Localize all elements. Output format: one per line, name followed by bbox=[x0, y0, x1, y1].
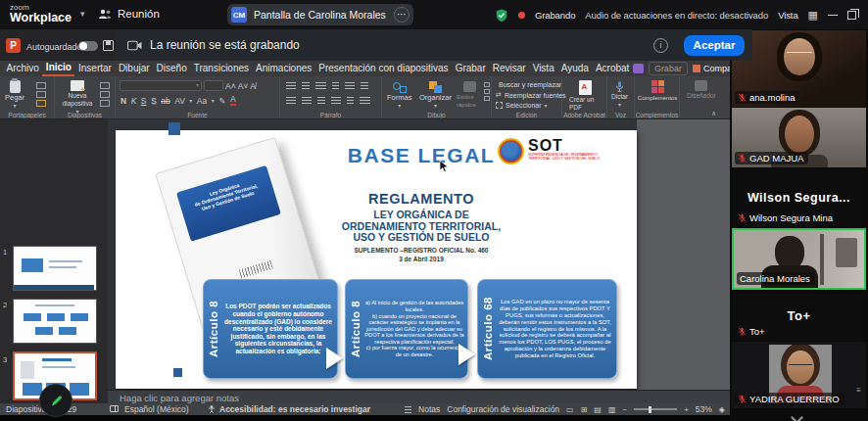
participant-name-label: Carolina Morales bbox=[737, 272, 815, 285]
zoom-out-icon[interactable]: − bbox=[622, 405, 627, 414]
layout-tools[interactable] bbox=[100, 82, 110, 109]
ppt-share-button[interactable]: Compartir▾ bbox=[693, 64, 730, 73]
menu-animaciones[interactable]: Animaciones bbox=[253, 62, 315, 75]
zoom-slider-thumb[interactable] bbox=[649, 406, 651, 413]
article-box-1[interactable]: Artículo 8 Los PDOT podrán ser actualiza… bbox=[203, 279, 338, 379]
addins-button[interactable]: Complementos bbox=[643, 80, 672, 102]
font-name-select[interactable]: ▾ bbox=[120, 80, 202, 91]
group-label-clipboard: Portapapeles bbox=[0, 112, 54, 118]
char-spacing-button[interactable]: AV bbox=[174, 96, 185, 106]
slide-thumbnail-2[interactable] bbox=[13, 299, 97, 344]
menu-inicio[interactable]: Inicio bbox=[42, 61, 74, 76]
underline-button[interactable]: S bbox=[141, 96, 147, 106]
quick-styles-button[interactable]: Estilos rápidos bbox=[457, 81, 482, 109]
ppt-menu-bar: Archivo Inicio Insertar Dibujar Diseño T… bbox=[0, 61, 730, 76]
select-button[interactable]: Seleccionar▾ bbox=[496, 102, 561, 109]
menu-diseno[interactable]: Diseño bbox=[153, 62, 190, 75]
zoom-slider[interactable] bbox=[634, 408, 677, 410]
menu-ayuda[interactable]: Ayuda bbox=[557, 62, 592, 75]
view-button[interactable]: Vista bbox=[778, 10, 797, 21]
paragraph-tools-row2[interactable] bbox=[286, 97, 370, 105]
save-icon[interactable] bbox=[103, 40, 114, 51]
shrink-font-icon[interactable]: A˅ bbox=[238, 81, 249, 91]
bold-button[interactable]: N bbox=[121, 96, 126, 106]
minimize-button[interactable] bbox=[828, 15, 838, 16]
more-options-icon[interactable]: ⋯ bbox=[394, 7, 410, 23]
clear-format-icon[interactable]: A̸ bbox=[250, 81, 256, 91]
slideshow-icon[interactable]: ▥ bbox=[608, 405, 616, 414]
replace-fonts-button[interactable]: ⇄ Reemplazar fuentes bbox=[496, 91, 561, 99]
notes-bar[interactable]: Haga clic para agregar notas bbox=[108, 390, 730, 403]
slide-sorter-icon[interactable]: ⊞ bbox=[581, 405, 588, 414]
font-size-select[interactable] bbox=[204, 80, 223, 91]
comments-icon[interactable] bbox=[633, 64, 644, 73]
chevron-down-icon[interactable]: ▾ bbox=[80, 9, 85, 19]
grid-view-icon[interactable]: ▦ bbox=[808, 9, 818, 22]
menu-presentacion[interactable]: Presentación con diapositivas bbox=[315, 62, 452, 75]
font-color-button[interactable]: A bbox=[230, 95, 236, 106]
grow-font-icon[interactable]: A˄ bbox=[225, 81, 236, 91]
normal-view-icon[interactable]: ▭ bbox=[566, 405, 574, 414]
menu-revisar[interactable]: Revisar bbox=[489, 62, 529, 75]
mic-muted-icon bbox=[738, 327, 747, 336]
shape-format-tools[interactable] bbox=[484, 82, 490, 103]
create-pdf-button[interactable]: Crear un PDF bbox=[569, 80, 601, 112]
recording-toast: La reunión se está grabando i Aceptar bbox=[116, 29, 752, 61]
autosave-toggle[interactable] bbox=[78, 41, 98, 51]
designer-button[interactable]: Diseñador bbox=[687, 80, 716, 100]
highlight-color-button[interactable]: ✎ bbox=[218, 96, 225, 106]
paragraph-tools-row1[interactable] bbox=[286, 82, 368, 90]
article-box-3[interactable]: Artículo 68 Los GAD en un plazo no mayor… bbox=[477, 279, 617, 379]
slide-subheading[interactable]: LEY ORGÁNICA DE ORDENAMIENTO TERRITORIAL… bbox=[299, 210, 544, 244]
menu-grabar[interactable]: Grabar bbox=[452, 62, 489, 75]
participants-sidebar: ana.molina GAD MAJUA Wilson Segura... Wi… bbox=[730, 29, 868, 421]
current-slide[interactable]: Ley Orgánica de Ordenamiento Territorial… bbox=[116, 130, 637, 389]
slide-title[interactable]: BASE LEGAL bbox=[323, 144, 519, 167]
zoom-annotate-button[interactable] bbox=[39, 384, 72, 417]
menu-transiciones[interactable]: Transiciones bbox=[190, 62, 252, 75]
find-replace-button[interactable]: Buscar y reemplazar bbox=[496, 80, 561, 88]
tab-meeting[interactable]: Reunión bbox=[98, 8, 160, 20]
arrange-button[interactable]: Organizar▾ bbox=[419, 81, 452, 110]
security-shield-icon[interactable] bbox=[495, 8, 508, 23]
participant-tile[interactable]: GAD MAJUA bbox=[732, 108, 866, 167]
clipboard-tools[interactable] bbox=[36, 82, 46, 109]
language-status[interactable]: Español (México) bbox=[124, 404, 189, 414]
info-icon[interactable]: i bbox=[653, 38, 668, 53]
menu-vista[interactable]: Vista bbox=[529, 62, 557, 75]
accept-button[interactable]: Aceptar bbox=[684, 35, 745, 56]
reading-view-icon[interactable]: ▤ bbox=[594, 405, 602, 414]
record-button[interactable]: Grabar bbox=[649, 62, 688, 75]
zoom-in-icon[interactable]: + bbox=[684, 405, 689, 414]
sidebar-chevron-down-icon[interactable] bbox=[791, 411, 803, 421]
accessibility-status[interactable]: Accesibilidad: es necesario investigar bbox=[219, 404, 370, 414]
new-slide-button[interactable]: Nueva diapositiva▾ bbox=[59, 80, 96, 116]
article-box-2[interactable]: Artículo 8 a) Al inicio de gestión de la… bbox=[345, 279, 468, 379]
paste-button[interactable]: Pegar▾ bbox=[5, 80, 24, 110]
slide-thumbnail-1[interactable] bbox=[13, 246, 97, 291]
menu-insertar[interactable]: Insertar bbox=[74, 62, 115, 75]
tab-shared-screen[interactable]: CM Pantalla de Carolina Morales ⋯ bbox=[227, 4, 413, 25]
dictate-button[interactable]: Dictar▾ bbox=[611, 80, 628, 109]
menu-acrobat[interactable]: Acrobat bbox=[592, 62, 632, 75]
participant-tile[interactable]: To+ To+ bbox=[732, 291, 866, 341]
fit-to-window-icon[interactable]: ◈ bbox=[719, 405, 725, 414]
participant-tile[interactable]: ≡ YADIRA GUERRERO bbox=[732, 342, 866, 408]
notes-toggle[interactable]: Notas bbox=[418, 404, 440, 414]
change-case-button[interactable]: Aa bbox=[197, 96, 207, 106]
display-settings[interactable]: Configuración de visualización bbox=[447, 404, 559, 414]
recording-status: Grabando bbox=[535, 10, 575, 21]
notes-icon[interactable] bbox=[405, 406, 411, 413]
participant-tile[interactable]: Wilson Segura... Wilson Segura Mina bbox=[732, 168, 866, 227]
italic-button[interactable]: K bbox=[131, 96, 137, 106]
menu-archivo[interactable]: Archivo bbox=[3, 62, 42, 75]
restore-window-button[interactable] bbox=[847, 11, 856, 20]
shadow-button[interactable]: S bbox=[151, 96, 157, 106]
strikethrough-button[interactable]: ab bbox=[161, 96, 169, 106]
shapes-button[interactable]: Formas▾ bbox=[387, 81, 411, 110]
slide-heading[interactable]: REGLAMENTO bbox=[323, 191, 519, 207]
participant-tile-active-speaker[interactable]: Carolina Morales bbox=[732, 228, 866, 290]
accessibility-icon bbox=[208, 405, 216, 413]
menu-dibujar[interactable]: Dibujar bbox=[115, 62, 153, 75]
collapse-ribbon-icon[interactable]: ∧ bbox=[711, 110, 716, 117]
